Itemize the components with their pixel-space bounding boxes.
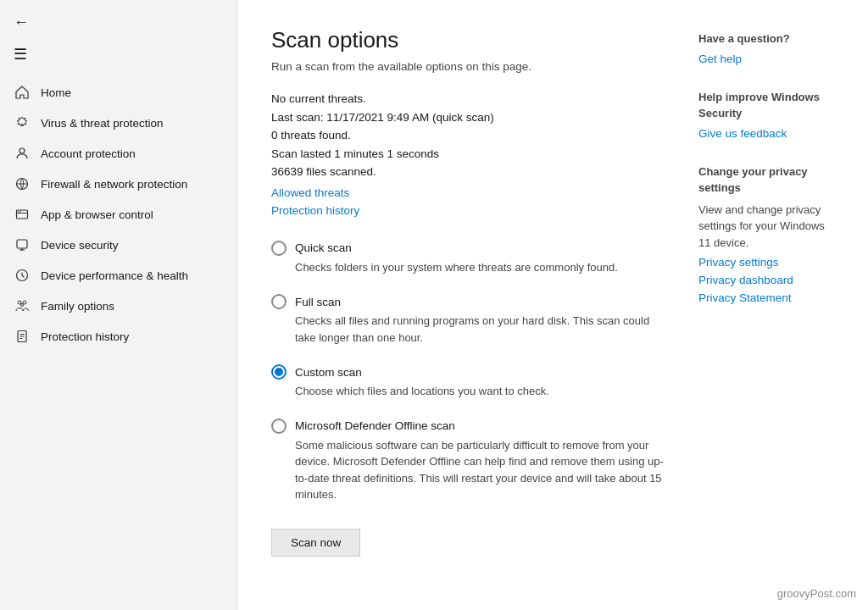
full-scan-desc: Checks all files and running programs on… [271, 313, 665, 346]
menu-button[interactable]: ☰ [0, 38, 236, 70]
protection-history-icon [14, 330, 31, 343]
allowed-threats-link[interactable]: Allowed threats [271, 186, 665, 199]
offline-scan-label[interactable]: Microsoft Defender Offline scan [271, 419, 665, 434]
sidebar-item-firewall[interactable]: Firewall & network protection [0, 169, 236, 199]
sidebar-item-label-account: Account protection [41, 147, 136, 160]
quick-scan-radio[interactable] [271, 241, 287, 256]
sidebar-item-device-security[interactable]: Device security [0, 230, 236, 260]
scan-now-button[interactable]: Scan now [271, 529, 360, 557]
sidebar: ← ☰ HomeVirus & threat protectionAccount… [0, 0, 237, 610]
page-subtitle: Run a scan from the available options on… [271, 60, 665, 73]
watermark: groovyPost.com [777, 587, 856, 600]
custom-scan-label[interactable]: Custom scan [271, 364, 665, 380]
offline-scan-desc: Some malicious software can be particula… [271, 437, 665, 503]
quick-scan-text: Quick scan [295, 241, 352, 254]
sidebar-item-virus-threat[interactable]: Virus & threat protection [0, 108, 236, 138]
privacy-dashboard-link[interactable]: Privacy dashboard [698, 274, 834, 286]
have-question-title: Have a question? [698, 30, 834, 47]
menu-icon: ☰ [14, 45, 27, 64]
help-improve-section: Help improve Windows Security Give us fe… [698, 89, 834, 140]
files-scanned-text: 36639 files scanned. [271, 163, 665, 181]
firewall-icon [14, 177, 31, 191]
give-feedback-link[interactable]: Give us feedback [698, 127, 834, 140]
page-title: Scan options [271, 27, 665, 53]
scan-duration-text: Scan lasted 1 minutes 1 seconds [271, 145, 665, 164]
sidebar-item-device-perf[interactable]: Device performance & health [0, 260, 236, 291]
sidebar-top-controls: ← ☰ [0, 0, 236, 74]
custom-scan-desc: Choose which files and locations you wan… [271, 383, 665, 400]
sidebar-item-account[interactable]: Account protection [0, 138, 236, 169]
device-security-icon [14, 238, 31, 252]
protection-history-link[interactable]: Protection history [271, 204, 665, 217]
scan-options-list: Quick scan Checks folders in your system… [271, 241, 665, 503]
privacy-section: Change your privacy settings View and ch… [698, 164, 834, 305]
back-icon: ← [14, 14, 29, 31]
full-scan-option: Full scan Checks all files and running p… [271, 294, 665, 346]
offline-scan-radio[interactable] [271, 419, 287, 434]
offline-scan-text: Microsoft Defender Offline scan [295, 419, 455, 432]
custom-scan-option: Custom scan Choose which files and locat… [271, 364, 665, 400]
scan-info: No current threats. Last scan: 11/17/202… [271, 90, 665, 181]
sidebar-item-home[interactable]: Home [0, 77, 236, 108]
sidebar-item-label-device-perf: Device performance & health [41, 269, 188, 282]
full-scan-radio[interactable] [271, 294, 287, 309]
offline-scan-option: Microsoft Defender Offline scan Some mal… [271, 419, 665, 503]
app-browser-icon [14, 208, 31, 221]
have-question-section: Have a question? Get help [698, 30, 834, 65]
sidebar-item-protection-history[interactable]: Protection history [0, 321, 236, 352]
get-help-link[interactable]: Get help [698, 53, 834, 65]
virus-threat-icon [14, 116, 31, 130]
last-scan-text: Last scan: 11/17/2021 9:49 AM (quick sca… [271, 108, 665, 127]
quick-scan-desc: Checks folders in your system where thre… [271, 259, 665, 276]
quick-scan-label[interactable]: Quick scan [271, 241, 665, 256]
privacy-section-title: Change your privacy settings [698, 164, 834, 197]
full-scan-label[interactable]: Full scan [271, 294, 665, 309]
no-threats-text: No current threats. [271, 90, 665, 108]
quick-scan-option: Quick scan Checks folders in your system… [271, 241, 665, 276]
sidebar-item-label-protection-history: Protection history [41, 330, 129, 343]
threats-found-text: 0 threats found. [271, 126, 665, 145]
account-icon [14, 147, 31, 160]
sidebar-item-label-virus-threat: Virus & threat protection [41, 117, 164, 130]
device-perf-icon [14, 269, 31, 282]
main-content: Scan options Run a scan from the availab… [237, 0, 868, 610]
svg-point-11 [23, 301, 26, 304]
privacy-section-body: View and change privacy settings for you… [698, 202, 834, 252]
svg-point-4 [18, 211, 19, 212]
custom-scan-text: Custom scan [295, 366, 362, 379]
nav-menu: HomeVirus & threat protectionAccount pro… [0, 77, 236, 352]
svg-point-0 [19, 148, 25, 153]
svg-point-12 [21, 304, 24, 307]
svg-point-10 [18, 301, 21, 304]
privacy-settings-link[interactable]: Privacy settings [698, 256, 834, 269]
home-icon [14, 86, 31, 99]
sidebar-item-label-family: Family options [41, 300, 114, 313]
sidebar-item-app-browser[interactable]: App & browser control [0, 199, 236, 230]
sidebar-item-label-home: Home [41, 86, 71, 99]
family-icon [14, 299, 31, 313]
right-panel: Have a question? Get help Help improve W… [665, 27, 834, 583]
privacy-statement-link[interactable]: Privacy Statement [698, 291, 834, 304]
full-scan-text: Full scan [295, 296, 341, 308]
content-area: Scan options Run a scan from the availab… [271, 27, 665, 583]
sidebar-item-label-app-browser: App & browser control [41, 208, 153, 221]
svg-point-5 [20, 211, 21, 212]
sidebar-item-label-device-security: Device security [41, 239, 119, 252]
sidebar-item-family[interactable]: Family options [0, 291, 236, 321]
custom-scan-radio[interactable] [271, 364, 287, 380]
sidebar-item-label-firewall: Firewall & network protection [41, 178, 187, 191]
back-button[interactable]: ← [0, 7, 236, 38]
svg-rect-6 [17, 240, 27, 248]
help-improve-title: Help improve Windows Security [698, 89, 834, 122]
